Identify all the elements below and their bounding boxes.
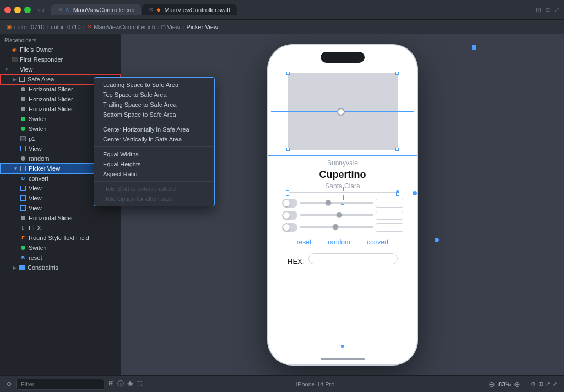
- picker-icon: [20, 165, 26, 172]
- minimize-button[interactable]: [14, 7, 21, 13]
- sidebar-item-textfield[interactable]: F Round Style Text Field: [0, 233, 121, 243]
- tab-xib-close[interactable]: ✕: [58, 7, 62, 13]
- nav-arrows: ‹ ›: [37, 6, 45, 14]
- sidebar-item-first-responder[interactable]: ⬛ First Responder: [0, 55, 121, 64]
- view5-icon: [20, 205, 26, 211]
- sidebar-item-switch-3[interactable]: Switch: [0, 243, 121, 253]
- hslider3-icon: [20, 106, 26, 112]
- info-icon[interactable]: ⓘ: [117, 379, 124, 389]
- reset-label: reset: [29, 254, 42, 261]
- breadcrumb-xib[interactable]: ✕ MainViewController.xib: [87, 23, 155, 30]
- canvas-guideline-dot-tr: [472, 45, 476, 50]
- switch3-icon: [20, 244, 26, 251]
- breadcrumb-color2[interactable]: color_0710: [51, 24, 80, 30]
- phone-home-indicator: [321, 358, 365, 360]
- xib-icon: ◇: [66, 7, 70, 13]
- gear-icon[interactable]: ⚙: [530, 380, 536, 388]
- view2-label: View: [29, 145, 42, 152]
- copy-icon[interactable]: ⬚: [136, 379, 142, 389]
- phone-screen: Sunnyvale Cupertino Santa Clara: [268, 45, 417, 364]
- sidebar-item-constraints[interactable]: ▶ Constraints: [0, 263, 121, 273]
- split-view-icon[interactable]: ⊞: [536, 6, 541, 14]
- breadcrumb-view[interactable]: □ View: [162, 24, 180, 30]
- constraints-label: Constraints: [28, 264, 58, 271]
- switch2-label: Switch: [29, 126, 46, 132]
- slider-thumb-1: [326, 200, 331, 205]
- slider-track-2[interactable]: [300, 214, 373, 216]
- safe-area-chevron: ▶: [13, 77, 17, 82]
- bottom-bar: ⊕ ⊞ ⓘ ◉ ⬚ iPhone 14 Pro ⊖ 83% ⊕ ⚙ ⊞ ↗ ⤢: [0, 375, 564, 392]
- tab-swift[interactable]: ✕ ◆ MainViewController.swift: [142, 4, 237, 15]
- zoom-level: 83%: [498, 381, 511, 388]
- context-menu-item-trailing[interactable]: Trailing Space to Safe Area: [94, 100, 214, 110]
- toggle-3[interactable]: [282, 223, 297, 232]
- convert-button[interactable]: convert: [367, 238, 388, 246]
- context-menu-item-equal-heights[interactable]: Equal Heights: [94, 159, 214, 169]
- back-arrow[interactable]: ‹: [37, 6, 40, 14]
- switch1-label: Switch: [29, 116, 46, 122]
- sidebar-item-hex[interactable]: L HEX:: [0, 223, 121, 233]
- context-menu-item-leading[interactable]: Leading Space to Safe Area: [94, 80, 214, 90]
- convert-icon: B: [20, 175, 26, 182]
- close-button[interactable]: [4, 7, 11, 13]
- sidebar-item-files-owner[interactable]: ◉ File's Owner: [0, 45, 121, 55]
- hex-icon: L: [20, 225, 26, 231]
- p1-icon: [20, 135, 26, 142]
- zoom-out-icon[interactable]: ⊖: [489, 380, 495, 389]
- corner-bl: [286, 148, 290, 151]
- breadcrumb-color[interactable]: color_0710: [14, 24, 44, 30]
- slider-track-3[interactable]: [300, 226, 373, 228]
- color-preview-wrapper: [288, 73, 398, 154]
- slider-row-2: [282, 211, 403, 220]
- slider-row-1: [282, 199, 403, 208]
- window-controls: [4, 7, 31, 13]
- picker-label-top: Sunnyvale: [319, 159, 366, 168]
- maximize-button[interactable]: [24, 7, 31, 13]
- responder-icon: ⬛: [11, 56, 18, 63]
- phone-frame: Sunnyvale Cupertino Santa Clara: [268, 45, 417, 364]
- breadcrumb-picker-view[interactable]: Picker View: [187, 24, 218, 30]
- view-mode-icon[interactable]: ⊞: [109, 379, 114, 389]
- slider-track-1[interactable]: [300, 202, 373, 204]
- first-responder-label: First Responder: [20, 56, 63, 63]
- view-label: View: [20, 66, 33, 73]
- view-icon: [11, 66, 18, 73]
- convert-label: convert: [29, 175, 48, 182]
- forward-arrow[interactable]: ›: [42, 6, 44, 14]
- toggle-1[interactable]: [282, 199, 297, 208]
- sidebar-item-reset[interactable]: B reset: [0, 253, 121, 263]
- tab-bar: ✕ ◇ MainViewController.xib ✕ ◆ MainViewC…: [51, 4, 536, 15]
- sidebar-item-hslider-4[interactable]: Horizontal Slider: [0, 213, 121, 223]
- toggle-2[interactable]: [282, 211, 297, 220]
- context-menu-item-center-v[interactable]: Center Vertically in Safe Area: [94, 134, 214, 144]
- hslider4-label: Horizontal Slider: [29, 215, 73, 221]
- breadcrumb-sep-2: ›: [83, 24, 85, 30]
- share-icon[interactable]: ↗: [545, 380, 550, 388]
- settings-icon[interactable]: ≡: [546, 6, 550, 14]
- bottom-right: ⊖ 83% ⊕ ⚙ ⊞ ↗ ⤢: [489, 380, 557, 389]
- random-button[interactable]: random: [328, 238, 350, 246]
- fullscreen-icon[interactable]: ⤢: [554, 6, 560, 14]
- corner-tl: [286, 72, 290, 75]
- context-menu-item-center-h[interactable]: Center Horizontally in Safe Area: [94, 124, 214, 134]
- filter-input[interactable]: [16, 379, 104, 390]
- textfield-label: Round Style Text Field: [29, 235, 89, 241]
- context-menu-item-equal-widths[interactable]: Equal Widths: [94, 149, 214, 159]
- sidebar-item-view[interactable]: ▼ View: [0, 64, 121, 74]
- circle-icon[interactable]: ◉: [127, 379, 133, 389]
- context-menu-sep-1: [94, 122, 214, 122]
- random-label: random: [29, 155, 49, 162]
- context-menu-item-aspect-ratio[interactable]: Aspect Ratio: [94, 169, 214, 179]
- context-menu-item-top[interactable]: Top Space to Safe Area: [94, 90, 214, 100]
- reset-button[interactable]: reset: [297, 238, 312, 246]
- slider-thumb-2: [337, 212, 342, 217]
- hex-input-field[interactable]: [308, 253, 398, 264]
- hslider1-label: Horizontal Slider: [29, 86, 73, 92]
- grid-icon[interactable]: ⊞: [538, 380, 543, 388]
- zoom-in-icon[interactable]: ⊕: [514, 380, 520, 389]
- tab-swift-close[interactable]: ✕: [149, 7, 153, 13]
- tab-xib[interactable]: ✕ ◇ MainViewController.xib: [51, 4, 142, 15]
- expand-icon[interactable]: ⤢: [552, 380, 557, 388]
- context-menu-item-bottom[interactable]: Bottom Space to Safe Area: [94, 110, 214, 119]
- context-menu-sep-3: [94, 181, 214, 182]
